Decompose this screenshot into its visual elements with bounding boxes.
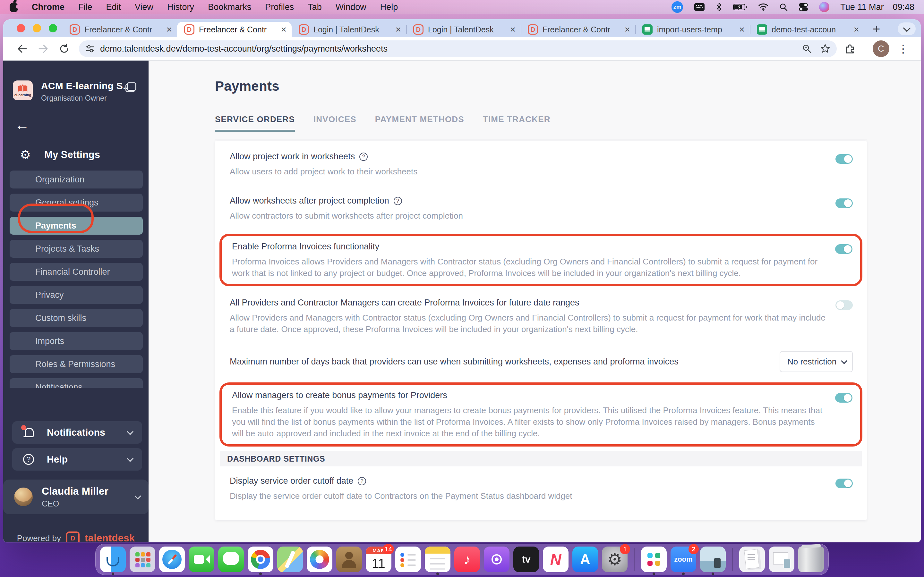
toggle-on[interactable] (835, 393, 853, 403)
menu-profiles[interactable]: Profiles (265, 2, 294, 12)
tab-close-icon[interactable]: × (281, 24, 286, 35)
url-text[interactable]: demo.talentdesk.dev/demo-test-account/or… (100, 44, 794, 54)
dock-maps-icon[interactable] (277, 546, 303, 572)
bookmark-star-icon[interactable] (820, 44, 830, 54)
url-bar[interactable]: demo.talentdesk.dev/demo-test-account/or… (79, 40, 837, 57)
reload-button[interactable] (59, 44, 69, 54)
forward-button[interactable] (38, 44, 49, 53)
zoom-menubar-icon[interactable]: zm (672, 1, 683, 13)
browser-tab[interactable]: DFreelancer & Contr× (521, 22, 635, 37)
browser-tab[interactable]: DFreelancer & Contr× (177, 22, 292, 37)
tab-close-icon[interactable]: × (739, 24, 745, 35)
menubar-app-name[interactable]: Chrome (32, 2, 65, 12)
toggle-on[interactable] (835, 479, 853, 488)
dock-photos-icon[interactable] (307, 546, 333, 572)
help-circle-icon[interactable]: ? (394, 197, 402, 205)
tab-payment-methods[interactable]: PAYMENT METHODS (375, 114, 464, 131)
wifi-icon[interactable] (758, 3, 768, 11)
fullscreen-window-button[interactable] (49, 24, 57, 32)
menubar-clock[interactable]: Tue 11 Mar 09:48 (840, 2, 914, 12)
dock-podcasts-icon[interactable] (484, 546, 509, 572)
tab-close-icon[interactable]: × (853, 24, 859, 35)
menu-help[interactable]: Help (380, 2, 398, 12)
tab-close-icon[interactable]: × (395, 24, 401, 35)
browser-tab[interactable]: import-users-temp× (635, 22, 750, 37)
menu-tab[interactable]: Tab (308, 2, 322, 12)
sidebar-item-general-settings[interactable]: General settings (10, 193, 143, 211)
dock-trash-icon[interactable] (798, 546, 824, 572)
dock-chrome-icon[interactable] (248, 546, 273, 572)
spotlight-search-icon[interactable] (779, 3, 788, 11)
tab-invoices[interactable]: INVOICES (313, 114, 357, 131)
browser-tab[interactable]: DLogin | TalentDesk× (406, 22, 521, 37)
sidebar-item-help[interactable]: ? Help (12, 448, 142, 471)
menu-file[interactable]: File (78, 2, 92, 12)
org-switcher-icon[interactable] (126, 82, 136, 92)
dock-appstore-icon[interactable]: A (572, 546, 598, 572)
siri-icon[interactable] (819, 2, 829, 12)
dock-slack-icon[interactable] (641, 546, 667, 572)
help-circle-icon[interactable]: ? (358, 477, 366, 485)
new-tab-button[interactable]: + (873, 20, 880, 36)
tab-service-orders[interactable]: SERVICE ORDERS (215, 114, 295, 131)
back-button[interactable] (17, 44, 27, 53)
dock-zoom-icon[interactable]: zoom2 (670, 546, 696, 572)
dock-calendar-icon[interactable]: MAR1114 (366, 546, 391, 572)
dock-facetime-icon[interactable] (189, 546, 214, 572)
sidebar-item-financial-controller[interactable]: Financial Controller (10, 263, 143, 281)
dock-messages-icon[interactable] (218, 546, 244, 572)
chrome-menu-icon[interactable]: ⋮ (898, 47, 909, 51)
zoom-out-page-icon[interactable] (802, 44, 812, 53)
sidebar-item-privacy[interactable]: Privacy (10, 286, 143, 304)
dock-notes-icon[interactable] (425, 546, 451, 572)
max-days-select[interactable]: No restriction (780, 351, 853, 372)
toggle-on[interactable] (835, 154, 853, 164)
profile-avatar[interactable]: C (873, 40, 889, 57)
sidebar-item-custom-skills[interactable]: Custom skills (10, 309, 143, 327)
extensions-icon[interactable] (845, 43, 855, 54)
sidebar-item-notifications[interactable]: Notifications (10, 378, 143, 388)
browser-tab[interactable]: DFreelancer & Contr× (63, 22, 177, 37)
org-header[interactable]: eLearning ACM E-learning S... Organisati… (13, 81, 141, 103)
browser-tab[interactable]: DLogin | TalentDesk× (292, 22, 406, 37)
dock-settings-icon[interactable]: ⚙1 (602, 546, 628, 572)
minimize-window-button[interactable] (33, 24, 41, 32)
dock-music-icon[interactable]: ♪ (454, 546, 480, 572)
sidebar-item-payments[interactable]: Payments (10, 217, 143, 235)
dock-safari-icon[interactable] (159, 546, 185, 572)
menu-window[interactable]: Window (336, 2, 367, 12)
tab-search-button[interactable] (898, 23, 916, 35)
control-center-icon[interactable] (798, 3, 808, 11)
sidebar-item-imports[interactable]: Imports (10, 332, 143, 350)
menu-history[interactable]: History (167, 2, 194, 12)
toggle-on[interactable] (835, 244, 853, 254)
sidebar-item-projects-tasks[interactable]: Projects & Tasks (10, 240, 143, 258)
dock-reminders-icon[interactable] (395, 546, 421, 572)
toggle-on[interactable] (835, 198, 853, 208)
dock-docs-icon[interactable] (739, 546, 765, 572)
dock-preview-icon[interactable] (769, 546, 795, 572)
close-window-button[interactable] (17, 24, 25, 32)
sidebar-item-organization[interactable]: Organization (10, 171, 143, 189)
back-arrow-button[interactable]: ← (15, 117, 34, 132)
menu-bookmarks[interactable]: Bookmarks (208, 2, 251, 12)
sidebar-item-roles-permissions[interactable]: Roles & Permissions (10, 355, 143, 373)
dock-finder-icon[interactable] (100, 546, 126, 572)
dock-tv-icon[interactable]: tv (513, 546, 539, 572)
browser-tab[interactable]: demo-test-accoun× (750, 22, 864, 37)
dock-launchpad-icon[interactable] (129, 546, 155, 572)
menu-edit[interactable]: Edit (106, 2, 121, 12)
tab-close-icon[interactable]: × (510, 24, 515, 35)
tab-time-tracker[interactable]: TIME TRACKER (483, 114, 551, 131)
dock-wallp-icon[interactable] (700, 546, 726, 572)
bluetooth-icon[interactable] (716, 2, 722, 12)
user-menu[interactable]: Claudia Miller CEO (3, 480, 149, 514)
keyboard-switcher-icon[interactable] (694, 3, 705, 11)
dock-news-icon[interactable]: N (543, 546, 569, 572)
menu-view[interactable]: View (135, 2, 153, 12)
site-settings-icon[interactable] (86, 44, 95, 53)
battery-icon[interactable] (733, 3, 747, 11)
sidebar-item-notifications[interactable]: Notifications (12, 421, 142, 444)
toggle-off[interactable] (835, 300, 853, 310)
help-circle-icon[interactable]: ? (359, 153, 368, 161)
